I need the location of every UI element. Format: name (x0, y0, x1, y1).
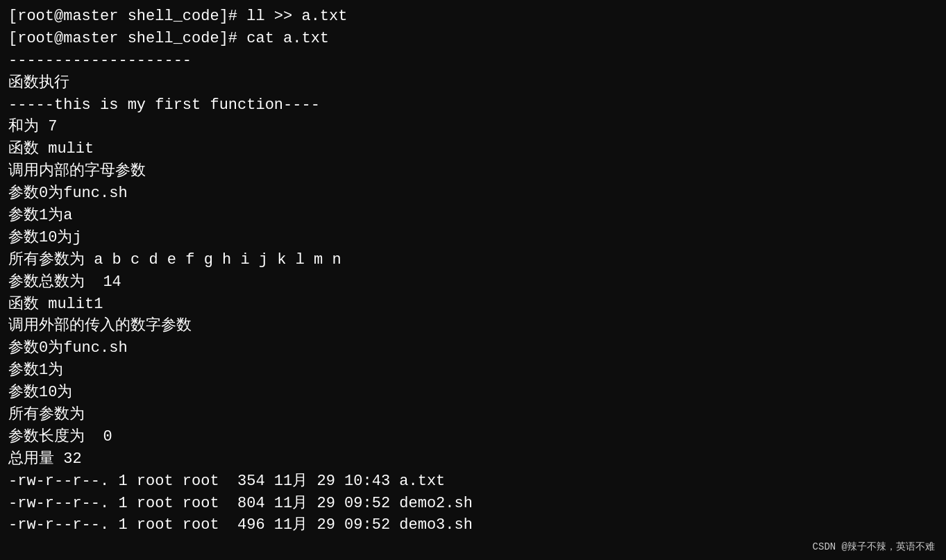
terminal-line: 参数1为 (8, 359, 938, 382)
terminal-line: -rw-r--r--. 1 root root 496 11月 29 09:52… (8, 514, 938, 536)
terminal-line: 总用量 32 (8, 448, 938, 470)
terminal-line: 和为 7 (8, 116, 938, 138)
terminal-line: 调用内部的字母参数 (8, 160, 938, 183)
terminal-line: 函数 mulit (8, 138, 938, 160)
terminal-line: -rw-r--r--. 1 root root 804 11月 29 09:52… (8, 493, 938, 515)
terminal-line: 函数 mulit1 (8, 294, 938, 316)
terminal-line: -rw-r--r--. 1 root root 354 11月 29 10:43… (8, 470, 938, 493)
terminal-line: 参数10为 (8, 382, 938, 404)
terminal-line: [root@master shell_code]# cat a.txt (8, 28, 938, 50)
terminal-line: -----this is my first function---- (8, 94, 938, 117)
terminal-line: 函数执行 (8, 72, 938, 94)
terminal-line: 参数总数为 14 (8, 271, 938, 294)
terminal-line: 调用外部的传入的数字参数 (8, 315, 938, 337)
terminal-line: 参数1为a (8, 205, 938, 227)
terminal-line: [root@master shell_code]# ll >> a.txt (8, 6, 938, 28)
terminal-line: 所有参数为 a b c d e f g h i j k l m n (8, 249, 938, 271)
terminal-window: [root@master shell_code]# ll >> a.txt[ro… (0, 0, 946, 560)
terminal-line: 参数0为func.sh (8, 337, 938, 359)
terminal-line: -------------------- (8, 50, 938, 72)
terminal-line: 参数10为j (8, 227, 938, 249)
watermark: CSDN @辣子不辣，英语不难 (813, 541, 935, 553)
terminal-line: 参数长度为 0 (8, 426, 938, 448)
terminal-line: 参数0为func.sh (8, 183, 938, 205)
terminal-line: 所有参数为 (8, 404, 938, 426)
